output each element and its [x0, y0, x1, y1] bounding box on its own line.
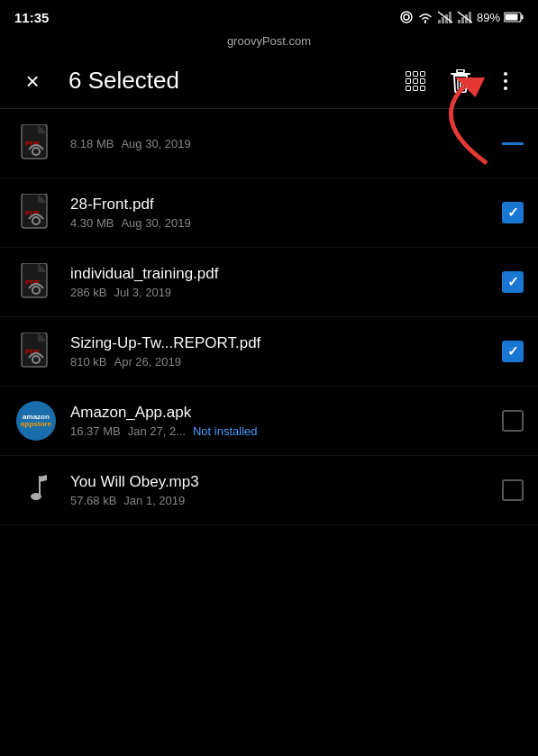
svg-rect-3 [442, 17, 444, 23]
file-name: 28-Front.pdf [70, 196, 491, 214]
file-checkbox[interactable] [502, 202, 524, 223]
status-icons: 89% [399, 10, 524, 24]
signal-icon-2 [457, 11, 473, 23]
more-options-icon [504, 72, 507, 90]
file-icon-mp3 [14, 469, 58, 512]
file-icon-apk: amazon appstore [14, 399, 58, 442]
file-meta: 286 kB Jul 3, 2019 [70, 286, 491, 299]
svg-point-33 [31, 493, 41, 500]
file-meta: 8.18 MB Aug 30, 2019 [70, 137, 491, 150]
file-name: You Will Obey.mp3 [70, 473, 491, 491]
list-item[interactable]: PDF individual_training.pdf 286 kB Jul 3… [0, 248, 538, 317]
file-checkbox[interactable] [502, 341, 524, 362]
file-icon-pdf: PDF [14, 260, 58, 304]
svg-rect-15 [457, 69, 464, 73]
delete-button[interactable] [442, 63, 479, 99]
battery-percentage: 89% [477, 11, 500, 24]
svg-point-1 [404, 14, 409, 20]
wifi-icon [417, 11, 433, 23]
file-checkbox[interactable] [502, 410, 524, 432]
file-info: 28-Front.pdf 4.30 MB Aug 30, 2019 [70, 196, 491, 230]
file-icon-pdf: PDF [14, 330, 58, 373]
not-installed-label: Not installed [193, 424, 258, 438]
file-meta: 57.68 kB Jan 1, 2019 [70, 494, 491, 507]
list-item[interactable]: PDF 8.18 MB Aug 30, 2019 [0, 109, 538, 178]
status-time: 11:35 [14, 10, 49, 25]
selection-dash-indicator [502, 142, 524, 145]
select-all-icon [406, 71, 425, 91]
toolbar: × 6 Selected [0, 53, 538, 109]
svg-rect-13 [522, 15, 524, 20]
file-icon-pdf: PDF [14, 191, 58, 234]
file-info: 8.18 MB Aug 30, 2019 [70, 137, 491, 150]
status-bar: 11:35 89% [0, 0, 538, 32]
file-meta: 4.30 MB Aug 30, 2019 [70, 216, 491, 230]
svg-rect-14 [506, 14, 518, 21]
file-meta: 810 kB Apr 26, 2019 [70, 355, 491, 369]
select-all-button[interactable] [397, 63, 433, 99]
signal-icon [437, 11, 453, 23]
file-meta: 16.37 MB Jan 27, 2... Not installed [70, 424, 491, 438]
watermark: groovyPost.com [0, 32, 538, 53]
file-name: individual_training.pdf [70, 265, 491, 283]
toolbar-actions [397, 63, 524, 99]
delete-icon [451, 69, 470, 93]
file-checkbox[interactable] [502, 271, 524, 293]
toolbar-title: 6 Selected [68, 67, 397, 95]
file-name: Amazon_App.apk [70, 404, 491, 422]
file-info: individual_training.pdf 286 kB Jul 3, 20… [70, 265, 491, 299]
list-item[interactable]: You Will Obey.mp3 57.68 kB Jan 1, 2019 [0, 456, 538, 525]
svg-rect-8 [461, 17, 464, 23]
file-checkbox[interactable] [502, 479, 524, 501]
close-button[interactable]: × [14, 63, 50, 99]
svg-rect-2 [438, 20, 441, 23]
file-info: You Will Obey.mp3 57.68 kB Jan 1, 2019 [70, 473, 491, 507]
list-item[interactable]: amazon appstore Amazon_App.apk 16.37 MB … [0, 387, 538, 456]
file-list: PDF 8.18 MB Aug 30, 2019 PDF [0, 109, 538, 525]
more-options-button[interactable] [488, 63, 524, 99]
file-icon-pdf: PDF [14, 122, 58, 165]
svg-point-0 [401, 12, 412, 23]
file-info: Sizing-Up-Tw...REPORT.pdf 810 kB Apr 26,… [70, 334, 491, 369]
battery-icon [504, 12, 524, 23]
list-item[interactable]: PDF Sizing-Up-Tw...REPORT.pdf 810 kB Apr… [0, 317, 538, 387]
nfc-icon [399, 10, 414, 24]
file-name: Sizing-Up-Tw...REPORT.pdf [70, 334, 491, 352]
svg-rect-7 [458, 20, 460, 23]
file-info: Amazon_App.apk 16.37 MB Jan 27, 2... Not… [70, 404, 491, 438]
list-item[interactable]: PDF 28-Front.pdf 4.30 MB Aug 30, 2019 [0, 178, 538, 248]
